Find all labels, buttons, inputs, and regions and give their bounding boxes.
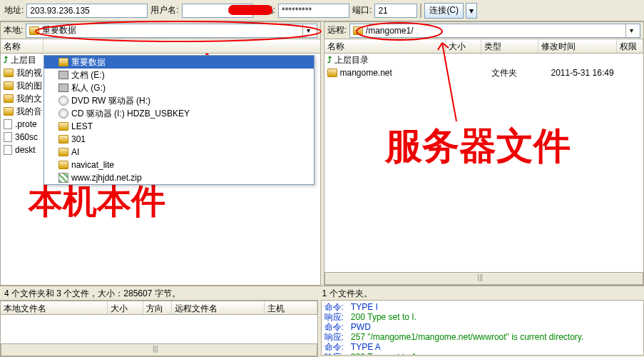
remote-path-dropdown-button[interactable] <box>625 24 637 37</box>
queue-scrollbar[interactable] <box>1 343 317 356</box>
local-path-row: 本地: 重要数据 <box>1 22 320 39</box>
queue-col-local[interactable]: 本地文件名 <box>1 301 108 314</box>
log-line: 响应: 257 "/mangome1/mangome.net/wwwroot" … <box>324 332 641 342</box>
item-label: 301 <box>71 134 86 144</box>
folder-icon <box>58 135 68 144</box>
log-line: 命令: PWD <box>324 322 641 332</box>
zip-icon <box>58 173 68 183</box>
dropdown-item[interactable]: 301 <box>44 133 314 146</box>
folder-icon <box>4 69 14 77</box>
dropdown-item[interactable]: 重要数据 <box>44 56 314 69</box>
folder-icon <box>58 161 68 169</box>
port-input[interactable] <box>374 4 417 18</box>
col-name[interactable]: 名称 <box>324 39 446 53</box>
item-label: AI <box>71 147 79 157</box>
queue-header: 本地文件名 大小 方向 远程文件名 主机 <box>1 301 317 315</box>
item-label: deskt <box>15 145 36 155</box>
item-label: DVD RW 驱动器 (H:) <box>71 95 150 107</box>
dropdown-item[interactable]: CD 驱动器 (I:) HDZB_USBKEY <box>44 107 314 120</box>
file-icon <box>4 145 12 155</box>
item-label: 我的音 <box>16 106 42 118</box>
status-right: 1 个文件夹。 <box>322 288 640 298</box>
folder-icon <box>58 122 68 131</box>
col-size[interactable]: 大小 <box>446 39 481 53</box>
folder-icon <box>353 26 363 35</box>
status-bar: 4 个文件夹和 3 个文件，大小：285607 字节。 1 个文件夹。 <box>0 286 644 300</box>
dropdown-item[interactable]: 文档 (E:) <box>44 69 314 81</box>
cd-icon <box>58 96 68 106</box>
local-path-dropdown[interactable]: 重要数据文档 (E:)私人 (G:)DVD RW 驱动器 (H:)CD 驱动器 … <box>44 55 315 185</box>
folder-icon <box>4 94 14 103</box>
queue-body[interactable] <box>1 315 317 343</box>
folder-icon <box>29 26 39 35</box>
item-label: 上层目 <box>11 54 36 66</box>
item-label: LEST <box>71 121 93 131</box>
col-modified[interactable]: 修改时间 <box>538 39 617 53</box>
dropdown-item[interactable]: LEST <box>44 120 314 133</box>
up-icon: ⤴ <box>4 55 8 65</box>
remote-label: 远程: <box>327 24 347 36</box>
dropdown-item[interactable]: www.zjhjdd.net.zip <box>44 171 314 184</box>
list-item[interactable]: ⤴ 上层目录 <box>324 54 644 66</box>
item-label: 我的文 <box>16 93 42 105</box>
remote-scrollbar[interactable] <box>324 272 644 285</box>
remote-list[interactable]: ⤴ 上层目录 mangome.net 文件夹 2011-5-31 16:49 <box>324 54 644 272</box>
local-path-dropdown-button[interactable] <box>302 24 314 37</box>
connection-toolbar: 地址: 用户名: 密码: 端口: 连接(C) ▾ <box>0 0 644 21</box>
item-label: 上层目录 <box>334 54 444 66</box>
password-input[interactable] <box>278 4 349 18</box>
dropdown-item[interactable]: AI <box>44 146 314 159</box>
remote-panel: 远程: /mangome1/ 名称 大小 类型 修改时间 权限 ⤴ 上层目录 m… <box>324 21 645 286</box>
item-label: 私人 (G:) <box>71 82 106 94</box>
col-name[interactable]: 名称 <box>1 39 44 53</box>
file-icon <box>4 119 12 129</box>
log-line: 命令: TYPE A <box>324 342 641 352</box>
local-list-header: 名称 <box>1 39 320 54</box>
username-label: 用户名: <box>150 4 178 16</box>
col-type[interactable]: 类型 <box>481 39 538 53</box>
local-panel: 本地: 重要数据 名称 ⤴上层目我的视我的图我的文我的音.prote360scd… <box>0 21 321 286</box>
log-line: 响应: 200 Type set to A. <box>324 352 641 356</box>
item-label: 文档 (E:) <box>71 69 105 81</box>
queue-col-dir[interactable]: 方向 <box>143 301 172 314</box>
remote-path-row: 远程: /mangome1/ <box>324 22 644 39</box>
port-label: 端口: <box>352 4 372 16</box>
connect-dropdown-button[interactable]: ▾ <box>466 3 477 19</box>
item-label: www.zjhjdd.net.zip <box>71 173 142 183</box>
remote-path-text: /mangome1/ <box>366 26 414 36</box>
queue-col-remote[interactable]: 远程文件名 <box>172 301 265 314</box>
dropdown-item[interactable]: navicat_lite <box>44 159 314 171</box>
local-path-field[interactable]: 重要数据 <box>26 24 317 38</box>
folder-icon <box>58 58 68 66</box>
drive-icon <box>58 71 68 79</box>
list-item[interactable]: mangome.net 文件夹 2011-5-31 16:49 <box>324 66 644 79</box>
username-redaction <box>228 5 272 15</box>
connect-button[interactable]: 连接(C) <box>424 3 464 19</box>
col-perm[interactable]: 权限 <box>617 39 644 53</box>
dropdown-item[interactable]: DVD RW 驱动器 (H:) <box>44 94 314 107</box>
item-label: CD 驱动器 (I:) HDZB_USBKEY <box>71 108 190 120</box>
item-label: mangome.net <box>340 68 450 78</box>
item-label: 360sc <box>15 132 38 142</box>
queue-col-host[interactable]: 主机 <box>265 301 317 314</box>
drive-icon <box>58 84 68 92</box>
folder-icon <box>4 81 14 90</box>
item-label: 重要数据 <box>71 56 106 69</box>
remote-list-header: 名称 大小 类型 修改时间 权限 <box>324 39 644 54</box>
dropdown-item[interactable]: 私人 (G:) <box>44 81 314 94</box>
folder-icon <box>327 69 337 77</box>
item-label: .prote <box>15 119 37 129</box>
remote-path-field[interactable]: /mangome1/ <box>349 24 640 38</box>
address-input[interactable] <box>26 4 148 18</box>
item-label: 我的图 <box>16 80 42 92</box>
ftp-log[interactable]: 命令: TYPE I响应: 200 Type set to I.命令: PWD响… <box>321 300 645 356</box>
folder-icon <box>58 148 68 156</box>
local-path-text: 重要数据 <box>42 24 76 36</box>
file-icon <box>4 132 12 142</box>
item-label: 我的视 <box>16 67 42 79</box>
address-label: 地址: <box>4 4 24 16</box>
queue-col-size[interactable]: 大小 <box>108 301 143 314</box>
item-label: navicat_lite <box>71 160 114 170</box>
transfer-queue: 本地文件名 大小 方向 远程文件名 主机 <box>0 300 318 357</box>
item-modified: 2011-5-31 16:49 <box>551 68 630 78</box>
